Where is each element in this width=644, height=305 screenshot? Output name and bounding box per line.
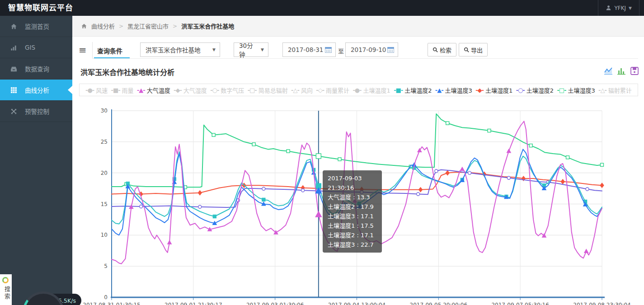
- svg-text:10: 10: [101, 232, 108, 238]
- user-name: YFKJ: [614, 5, 626, 11]
- svg-text:2017-09-07 05:30:16: 2017-09-07 05:30:16: [491, 302, 549, 305]
- search-logo-icon: [2, 277, 9, 283]
- sidebar-item-signal-bars[interactable]: GIS: [0, 37, 72, 58]
- sidebar-item-label: 监测首页: [25, 22, 49, 31]
- sidebar-item-inbox[interactable]: 数据查询: [0, 58, 72, 80]
- user-menu[interactable]: YFKJ ▼: [598, 0, 639, 16]
- grid-icon: [10, 87, 17, 94]
- svg-text:25: 25: [101, 139, 108, 145]
- app-title: 智慧物联网云平台: [8, 0, 73, 16]
- signal-bars-icon: [10, 44, 17, 51]
- svg-text:2017-09-04 13:00:04: 2017-09-04 13:00:04: [328, 302, 385, 305]
- sidebar-item-label: 曲线分析: [25, 85, 49, 94]
- sidebar-item-grid[interactable]: 曲线分析: [0, 80, 72, 101]
- svg-text:2017-09-03 01:30:06: 2017-09-03 01:30:06: [246, 302, 304, 305]
- home-icon: [10, 23, 17, 30]
- sidebar-item-expand-arrows[interactable]: 预警控制: [0, 101, 72, 122]
- search-vertical-label: 搜索: [3, 286, 11, 300]
- sidebar: 监测首页 GIS 数据查询 曲线分析 预警控制: [0, 16, 72, 305]
- page: 智慧物联网云平台 YFKJ ▼ 监测首页 GIS 数据查询 曲线分析 预警控制 …: [0, 0, 644, 305]
- search-sidebar-widget[interactable]: 搜索: [0, 274, 12, 305]
- expand-arrows-icon: [10, 108, 17, 115]
- sidebar-item-home[interactable]: 监测首页: [0, 16, 72, 37]
- svg-text:30: 30: [101, 108, 108, 114]
- svg-text:5: 5: [104, 263, 108, 269]
- inbox-icon: [10, 66, 17, 72]
- sidebar-item-label: GIS: [25, 44, 35, 51]
- user-icon: [606, 5, 611, 11]
- svg-text:15: 15: [101, 201, 108, 207]
- app-header: 智慧物联网云平台 YFKJ ▼: [0, 0, 644, 16]
- svg-text:20: 20: [101, 170, 108, 176]
- sidebar-item-label: 预警控制: [25, 107, 49, 116]
- svg-text:2017-08-31 01:30:15: 2017-08-31 01:30:15: [83, 302, 140, 305]
- svg-text:2017-09-08 23:30:04: 2017-09-08 23:30:04: [573, 302, 630, 305]
- sidebar-item-label: 数据查询: [25, 64, 49, 73]
- sidebar-nav: 监测首页 GIS 数据查询 曲线分析 预警控制: [0, 16, 72, 122]
- svg-text:0: 0: [104, 294, 108, 300]
- chevron-down-icon: ▼: [629, 6, 632, 10]
- svg-text:2017-09-05 20:00:06: 2017-09-05 20:00:06: [410, 302, 467, 305]
- svg-text:2017-09-01 21:30:17: 2017-09-01 21:30:17: [165, 302, 222, 305]
- chart-canvas[interactable]: 2017-08-31 01:30:152017-09-01 21:30:1720…: [0, 0, 644, 305]
